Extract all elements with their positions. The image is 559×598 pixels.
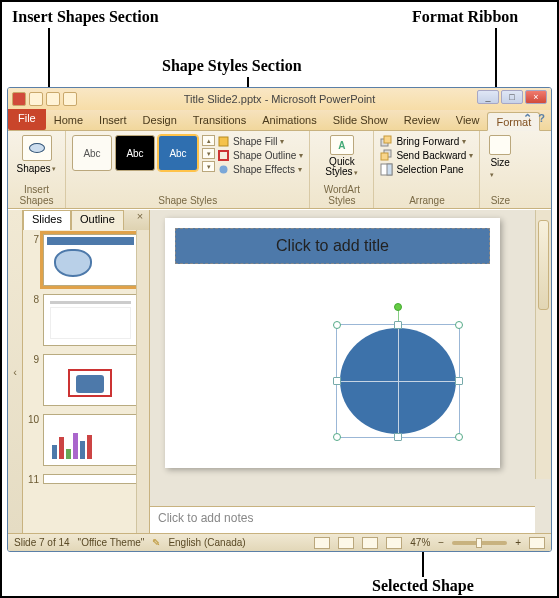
style-thumb-2[interactable]: Abc — [115, 135, 155, 171]
notes-placeholder-text: Click to add notes — [158, 511, 253, 525]
shape-gallery-icon — [29, 143, 45, 153]
view-sorter-button[interactable] — [338, 537, 354, 549]
resize-handle-sw[interactable] — [333, 433, 341, 441]
group-label-arrange: Arrange — [378, 194, 475, 208]
shape-outline-button[interactable]: Shape Outline▾ — [217, 149, 303, 162]
tab-slides-thumbnails[interactable]: Slides — [23, 210, 71, 230]
bring-forward-button[interactable]: Bring Forward ▾ — [380, 135, 473, 148]
resize-handle-n[interactable] — [394, 321, 402, 329]
gallery-scroll: ▴ ▾ ▾ — [202, 135, 215, 178]
selection-pane-label: Selection Pane — [396, 164, 463, 175]
tab-design[interactable]: Design — [135, 111, 185, 130]
fit-to-window-button[interactable] — [529, 537, 545, 549]
fill-icon — [217, 135, 230, 148]
app-window: Title Slide2.pptx - Microsoft PowerPoint… — [7, 87, 552, 552]
annotation-insert-shapes: Insert Shapes Section — [12, 8, 159, 26]
slides-outline-tabs: Slides Outline × — [23, 210, 149, 230]
resize-handle-s[interactable] — [394, 433, 402, 441]
gallery-down-icon[interactable]: ▾ — [202, 148, 215, 159]
editor-vertical-scrollbar[interactable] — [535, 210, 551, 479]
send-backward-icon — [380, 149, 393, 162]
shape-outline-label: Shape Outline — [233, 150, 296, 161]
title-placeholder-text: Click to add title — [276, 237, 389, 255]
collapse-ribbon-icon[interactable]: ⌃ — [523, 112, 532, 125]
view-reading-button[interactable] — [362, 537, 378, 549]
title-placeholder[interactable]: Click to add title — [175, 228, 490, 264]
resize-handle-ne[interactable] — [455, 321, 463, 329]
shape-effects-button[interactable]: Shape Effects▾ — [217, 163, 303, 176]
slide-canvas-area: Click to add title — [150, 210, 551, 506]
svg-rect-4 — [384, 136, 391, 143]
gallery-expand-icon[interactable]: ▾ — [202, 161, 215, 172]
tab-view[interactable]: View — [448, 111, 488, 130]
resize-handle-se[interactable] — [455, 433, 463, 441]
view-normal-button[interactable] — [314, 537, 330, 549]
annotation-selected-shape: Selected Shape — [372, 577, 474, 595]
work-area: ‹ Slides Outline × 7 8 9 — [8, 210, 551, 533]
thumbnail-10[interactable]: 10 — [23, 410, 149, 470]
selected-shape[interactable] — [340, 328, 456, 434]
zoom-out-button[interactable]: − — [438, 537, 444, 548]
send-backward-button[interactable]: Send Backward ▾ — [380, 149, 473, 162]
tab-review[interactable]: Review — [396, 111, 448, 130]
tab-home[interactable]: Home — [46, 111, 91, 130]
save-icon[interactable] — [29, 92, 43, 106]
shape-style-gallery[interactable]: Abc Abc Abc — [70, 133, 200, 178]
shapes-label: Shapes — [17, 163, 51, 174]
shape-commands: Shape Fill▾ Shape Outline▾ Shape Effects… — [215, 133, 305, 178]
zoom-slider[interactable] — [452, 541, 507, 545]
selection-pane-button[interactable]: Selection Pane — [380, 163, 473, 176]
zoom-percent[interactable]: 47% — [410, 537, 430, 548]
shape-fill-label: Shape Fill — [233, 136, 277, 147]
resize-handle-w[interactable] — [333, 377, 341, 385]
thumbnail-8[interactable]: 8 — [23, 290, 149, 350]
ribbon-help-collapse: ⌃ ? — [523, 112, 545, 125]
maximize-button[interactable]: □ — [501, 90, 523, 104]
thumb-number: 10 — [27, 414, 39, 466]
thumbnails-list: 7 8 9 10 11 — [23, 230, 149, 533]
quick-styles-button[interactable]: A Quick Styles ▾ — [314, 133, 369, 180]
tab-transitions[interactable]: Transitions — [185, 111, 254, 130]
style-thumb-1[interactable]: Abc — [72, 135, 112, 171]
thumbnail-7[interactable]: 7 — [23, 230, 149, 290]
tab-file[interactable]: File — [8, 109, 46, 130]
resize-handle-e[interactable] — [455, 377, 463, 385]
close-button[interactable]: × — [525, 90, 547, 104]
status-language[interactable]: English (Canada) — [168, 537, 245, 548]
resize-handle-nw[interactable] — [333, 321, 341, 329]
style-thumb-3[interactable]: Abc — [158, 135, 198, 171]
thumbnail-11[interactable]: 11 — [23, 470, 149, 489]
size-button[interactable]: Size ▾ — [484, 133, 516, 181]
help-icon[interactable]: ? — [538, 112, 545, 125]
thumb-number: 7 — [27, 234, 39, 286]
size-label: Size — [490, 157, 509, 168]
undo-icon[interactable] — [46, 92, 60, 106]
thumbnails-scrollbar[interactable] — [136, 230, 149, 533]
minimize-button[interactable]: _ — [477, 90, 499, 104]
redo-icon[interactable] — [63, 92, 77, 106]
tab-insert[interactable]: Insert — [91, 111, 135, 130]
tab-animations[interactable]: Animations — [254, 111, 324, 130]
svg-rect-0 — [219, 137, 228, 146]
thumbnail-9[interactable]: 9 — [23, 350, 149, 410]
svg-rect-8 — [387, 164, 392, 175]
tab-slide-show[interactable]: Slide Show — [325, 111, 396, 130]
close-panel-icon[interactable]: × — [131, 210, 149, 230]
left-panel-collapse[interactable]: ‹ — [8, 210, 23, 533]
tab-outline[interactable]: Outline — [71, 210, 124, 230]
slide-canvas[interactable]: Click to add title — [165, 218, 500, 468]
view-slideshow-button[interactable] — [386, 537, 402, 549]
notes-pane[interactable]: Click to add notes — [150, 506, 535, 533]
gallery-up-icon[interactable]: ▴ — [202, 135, 215, 146]
bring-forward-label: Bring Forward — [396, 136, 459, 147]
svg-rect-6 — [381, 153, 388, 160]
slides-panel: Slides Outline × 7 8 9 10 — [23, 210, 150, 533]
selection-frame — [336, 324, 460, 438]
rotation-handle[interactable] — [394, 303, 402, 311]
quick-styles-label: Quick Styles — [325, 156, 354, 177]
status-bar: Slide 7 of 14 "Office Theme" ✎ English (… — [8, 533, 551, 551]
shape-effects-label: Shape Effects — [233, 164, 295, 175]
zoom-in-button[interactable]: + — [515, 537, 521, 548]
shapes-button[interactable]: Shapes ▾ — [12, 133, 61, 176]
shape-fill-button[interactable]: Shape Fill▾ — [217, 135, 303, 148]
